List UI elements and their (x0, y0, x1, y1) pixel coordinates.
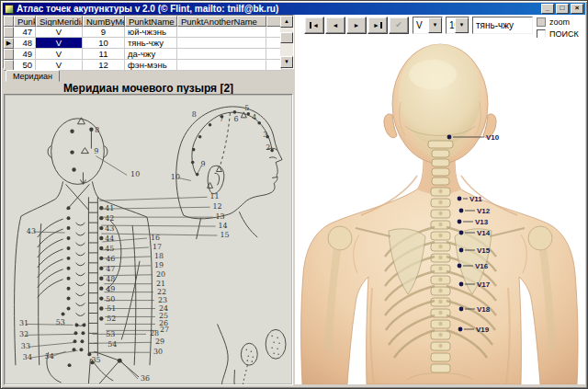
grid-cell[interactable] (177, 38, 266, 49)
svg-text:7: 7 (220, 115, 224, 123)
svg-text:V13: V13 (475, 218, 489, 226)
svg-text:20: 20 (156, 270, 165, 279)
grid-cell[interactable]: юй-чжэнь (125, 27, 177, 38)
zoom-checkbox-label: zoom (549, 17, 570, 27)
svg-text:8: 8 (95, 126, 99, 134)
svg-text:9: 9 (201, 160, 206, 168)
svg-text:49: 49 (106, 285, 115, 293)
meridian-combobox[interactable]: V ▼ (413, 17, 443, 34)
chevron-down-icon[interactable]: ▼ (455, 17, 469, 33)
table-row[interactable]: ▶48V10тянь-чжу (4, 38, 293, 49)
title-bar[interactable]: Атлас точек акупунктуры v 2.0 (© Flint, … (3, 3, 585, 15)
prior-record-button[interactable]: ◄ (325, 17, 345, 34)
point-name-field[interactable] (472, 17, 533, 34)
minimize-icon[interactable]: _ (541, 4, 554, 14)
tab-meridian[interactable]: Меридиан (6, 70, 60, 82)
row-indicator-icon[interactable]: ▶ (4, 38, 14, 49)
svg-text:4: 4 (252, 113, 256, 121)
svg-text:34: 34 (23, 353, 32, 361)
scrollbar-thumb[interactable] (280, 32, 293, 43)
column-header[interactable]: PunktAnotherName (177, 16, 266, 27)
close-icon[interactable]: × (571, 4, 583, 14)
grid-cell[interactable]: 48 (14, 38, 36, 49)
column-header[interactable]: NumByMeridian (83, 16, 125, 27)
last-record-button[interactable]: ► (368, 17, 388, 34)
svg-text:27: 27 (160, 326, 169, 334)
svg-text:V17: V17 (477, 280, 491, 289)
svg-text:30: 30 (153, 348, 163, 356)
svg-text:19: 19 (154, 261, 164, 269)
table-row[interactable]: 49V11да-чжу (4, 49, 293, 60)
svg-text:33: 33 (21, 342, 30, 350)
grid-header-row: PunktIDSignMeridianNumByMeridianPunktNam… (4, 16, 293, 27)
grid-cell[interactable]: 9 (83, 27, 125, 38)
first-record-button[interactable]: ◄ (304, 17, 324, 34)
grid-scrollbar[interactable]: ▲ ▼ (280, 16, 293, 68)
column-header[interactable]: SignMeridian (36, 16, 83, 27)
grid-cell[interactable]: 49 (14, 49, 36, 60)
grid-cell[interactable]: 10 (83, 38, 125, 49)
scroll-down-icon[interactable]: ▼ (280, 56, 293, 68)
svg-text:5: 5 (244, 104, 249, 112)
body-3d-view[interactable]: V10V11V12V13V14V15V16V17V18V19 (297, 38, 583, 384)
svg-text:51: 51 (107, 305, 116, 314)
grid-cell[interactable] (177, 27, 266, 38)
grid-cell[interactable]: V (36, 49, 83, 60)
grid-cell[interactable]: тянь-чжу (125, 38, 177, 49)
row-indicator[interactable] (4, 27, 14, 38)
tab-bar: Меридиан (3, 70, 294, 82)
viewer-panel: ◄ ◄ ► ► ✔ V ▼ 10 ▼ zoom ПОИСК (295, 15, 585, 384)
meridian-title: Меридиан мочевого пузыря [2] (3, 82, 294, 95)
svg-text:21: 21 (156, 280, 165, 288)
svg-text:41: 41 (105, 204, 114, 212)
zoom-checkbox[interactable]: zoom (537, 17, 570, 27)
grid-cell[interactable]: да-чжу (125, 49, 177, 60)
svg-text:15: 15 (220, 231, 230, 239)
svg-text:43: 43 (105, 224, 114, 233)
svg-text:V15: V15 (477, 246, 491, 255)
svg-text:10: 10 (130, 170, 140, 178)
svg-text:23: 23 (158, 296, 167, 304)
maximize-icon[interactable]: □ (556, 4, 569, 14)
body-3d-svg: V10V11V12V13V14V15V16V17V18V19 (297, 38, 583, 384)
row-indicator[interactable] (4, 49, 14, 60)
svg-text:14: 14 (219, 222, 228, 230)
svg-text:18: 18 (154, 252, 164, 260)
column-header[interactable]: PunktName (125, 16, 177, 27)
svg-text:28: 28 (150, 329, 159, 338)
svg-text:22: 22 (157, 288, 166, 296)
svg-text:54: 54 (45, 352, 54, 360)
body-render (301, 44, 578, 384)
column-header[interactable]: PunktID (14, 16, 36, 27)
next-record-button[interactable]: ► (346, 17, 367, 34)
grid-cell[interactable]: V (36, 38, 83, 49)
svg-text:V16: V16 (475, 262, 489, 270)
scroll-up-icon[interactable]: ▲ (280, 16, 293, 28)
window-title: Атлас точек акупунктуры v 2.0 (© Flint, … (17, 4, 278, 15)
grid-cell[interactable]: 11 (83, 49, 125, 60)
meridian-drawing-svg: 8910111213141516171819202122232425262728… (5, 95, 292, 384)
row-indicator[interactable] (4, 16, 14, 27)
point-number-combobox[interactable]: 10 ▼ (446, 17, 469, 34)
svg-text:9: 9 (94, 147, 98, 155)
chevron-down-icon[interactable]: ▼ (428, 17, 442, 33)
table-row[interactable]: 47V9юй-чжэнь (4, 27, 293, 38)
zoom-checkbox-box[interactable] (537, 17, 546, 27)
grid-cell[interactable]: V (36, 27, 83, 38)
svg-text:V14: V14 (477, 229, 491, 237)
svg-text:11: 11 (210, 192, 220, 200)
post-record-button[interactable]: ✔ (389, 17, 409, 34)
svg-text:V19: V19 (476, 326, 490, 334)
grid-cell[interactable] (177, 49, 266, 60)
grid-cell[interactable]: 47 (14, 27, 36, 38)
svg-text:46: 46 (106, 255, 115, 263)
svg-text:3: 3 (263, 131, 267, 139)
svg-text:35: 35 (91, 356, 100, 364)
points-grid[interactable]: PunktIDSignMeridianNumByMeridianPunktNam… (3, 15, 294, 69)
svg-text:16: 16 (151, 234, 160, 242)
svg-text:6: 6 (233, 115, 238, 123)
svg-text:10: 10 (171, 173, 180, 181)
svg-text:29: 29 (155, 338, 164, 346)
svg-text:12: 12 (213, 202, 222, 211)
svg-text:54: 54 (107, 340, 117, 349)
